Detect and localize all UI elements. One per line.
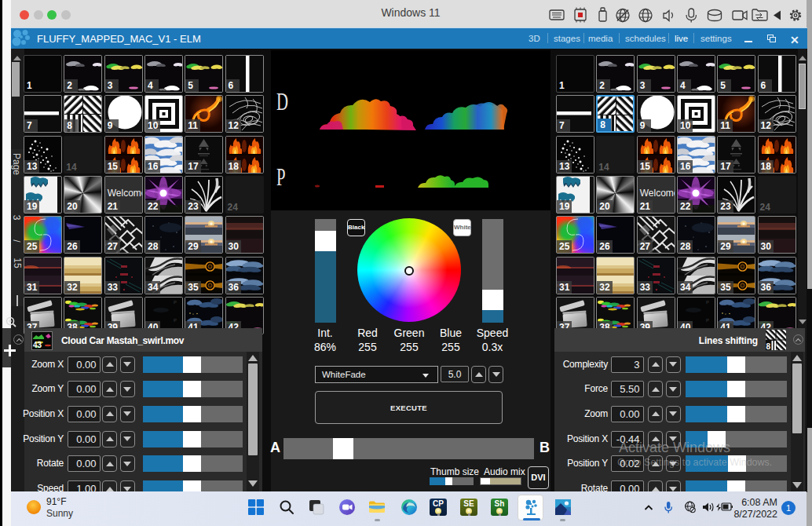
svg-text:P: P — [706, 300, 709, 305]
svg-text:P: P — [174, 318, 177, 323]
svg-text:P: P — [174, 300, 177, 305]
svg-text:P: P — [706, 318, 709, 323]
